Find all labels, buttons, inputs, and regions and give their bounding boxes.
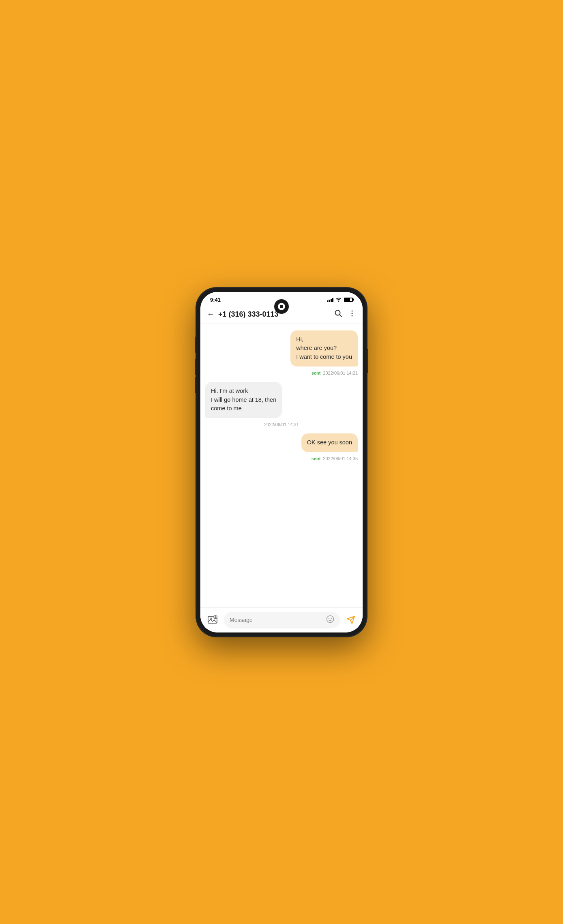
battery-fill: [345, 298, 350, 301]
message-bubble-sent-1: Hi, where are you? I want to come to you: [290, 330, 358, 367]
svg-point-10: [327, 615, 334, 622]
more-button[interactable]: [348, 309, 356, 319]
status-bar: 9:41: [200, 292, 363, 305]
svg-point-3: [352, 313, 353, 314]
svg-point-11: [329, 618, 329, 619]
message-input-container: [224, 612, 340, 628]
sent-label-2: sent: [312, 456, 321, 461]
message-input[interactable]: [230, 617, 323, 623]
signal-bar-3: [331, 299, 332, 302]
message-text-1: Hi, where are you? I want to come to you: [296, 336, 352, 360]
emoji-button[interactable]: [326, 615, 334, 625]
input-area: [200, 607, 363, 632]
sent-label-1: sent: [312, 371, 321, 375]
signal-bar-1: [327, 300, 328, 302]
status-icons: [327, 297, 353, 303]
back-button[interactable]: ←: [207, 310, 214, 319]
header-actions: [334, 309, 356, 319]
svg-line-1: [340, 315, 342, 317]
timestamp-2: 2022/06/01 14:31: [264, 422, 299, 427]
attach-button[interactable]: [205, 613, 220, 627]
svg-point-2: [352, 310, 353, 311]
battery-icon: [344, 298, 353, 302]
wifi-icon: [335, 297, 342, 303]
message-timestamp-3: sent 2022/06/01 14:35: [312, 456, 358, 461]
message-bubble-sent-2: OK see you soon: [301, 433, 358, 452]
phone-device: 9:41: [196, 288, 367, 637]
svg-point-4: [352, 315, 353, 316]
messages-area: Hi, where are you? I want to come to you…: [200, 324, 363, 607]
phone-screen: 9:41: [200, 292, 363, 632]
message-text-2: Hi. I'm at work I will go home at 18, th…: [211, 388, 276, 412]
send-button[interactable]: [344, 613, 358, 627]
camera-icon: [278, 303, 285, 310]
message-timestamp-1: sent 2022/06/01 14:21: [312, 371, 358, 375]
timestamp-3: 2022/06/01 14:35: [323, 456, 358, 461]
signal-bar-4: [332, 298, 333, 302]
signal-icon: [327, 297, 334, 302]
status-time: 9:41: [210, 297, 221, 303]
message-bubble-received-1: Hi. I'm at work I will go home at 18, th…: [205, 382, 282, 418]
message-timestamp-2: 2022/06/01 14:31: [264, 422, 299, 427]
message-text-3: OK see you soon: [307, 439, 352, 446]
signal-bar-2: [329, 300, 330, 302]
timestamp-1: 2022/06/01 14:21: [323, 371, 358, 375]
search-button[interactable]: [334, 309, 342, 319]
camera-notch: [274, 299, 289, 314]
svg-point-12: [331, 618, 332, 619]
